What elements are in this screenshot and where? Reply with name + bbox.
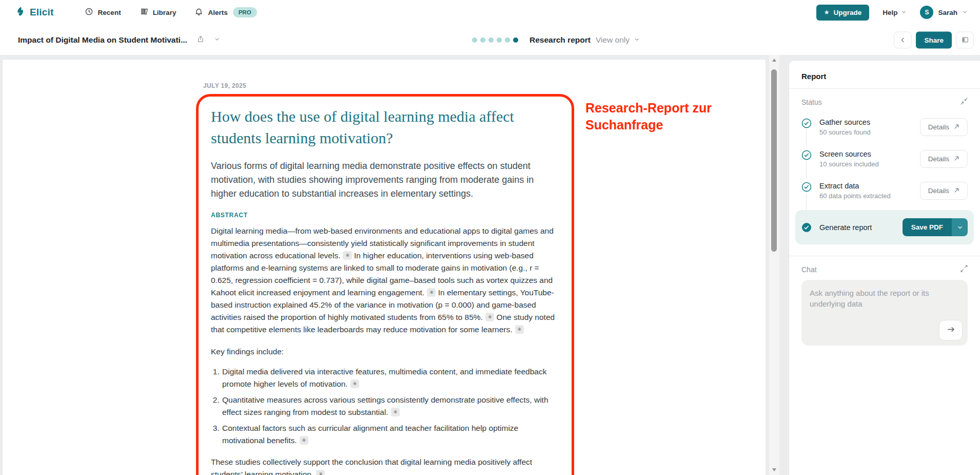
conclusion-paragraph: These studies collectively support the c… xyxy=(211,456,559,475)
nav-item-library[interactable]: Library xyxy=(140,7,177,17)
brand-name: Elicit xyxy=(30,7,54,18)
top-header: Elicit RecentLibraryAlertsPRO ★ Upgrade … xyxy=(0,0,980,25)
step-detail: 50 sources found xyxy=(819,128,871,136)
avatar: S xyxy=(920,6,933,19)
finding-item: Contextual factors such as curricular al… xyxy=(222,422,559,447)
key-findings-intro: Key findings include: xyxy=(211,346,559,358)
main-area: JULY 19, 2025 How does the use of digita… xyxy=(0,55,980,475)
upgrade-button[interactable]: ★ Upgrade xyxy=(816,5,870,21)
send-button[interactable] xyxy=(939,320,963,340)
chat-box xyxy=(801,280,968,346)
citation-marker[interactable]: ✳ xyxy=(300,436,308,445)
view-only-dropdown[interactable]: View only xyxy=(596,35,640,45)
user-name: Sarah xyxy=(938,9,957,16)
finding-item: Quantitative measures across various set… xyxy=(222,394,559,419)
document-title: Impact of Digital Media on Student Motiv… xyxy=(18,35,187,45)
save-pdf-button[interactable]: Save PDF xyxy=(903,218,952,236)
chevron-down-icon xyxy=(962,8,968,17)
pagination-dot[interactable] xyxy=(505,37,510,43)
check-circle-filled-icon xyxy=(801,222,812,233)
check-circle-icon xyxy=(801,118,812,128)
report-type-label: Research report xyxy=(530,35,591,45)
help-menu[interactable]: Help xyxy=(883,9,907,16)
back-button[interactable] xyxy=(894,31,912,48)
sidebar-title: Report xyxy=(789,61,980,89)
status-step: Extract data60 data points extractedDeta… xyxy=(801,177,968,209)
pagination-dot[interactable] xyxy=(480,37,485,43)
step-details-button[interactable]: Details xyxy=(920,118,968,136)
nav-item-recent[interactable]: Recent xyxy=(85,7,121,17)
pagination-dot[interactable] xyxy=(497,37,502,43)
collapse-icon[interactable] xyxy=(961,98,968,106)
step-name: Gather sources xyxy=(819,118,871,126)
pro-badge: PRO xyxy=(233,7,257,17)
status-step-generate-report: Generate report Save PDF xyxy=(795,210,974,244)
step-details-button[interactable]: Details xyxy=(920,150,968,168)
step-name: Extract data xyxy=(819,182,891,190)
pagination-dot[interactable] xyxy=(472,37,477,43)
citation-marker[interactable]: ✳ xyxy=(343,251,351,260)
arrow-right-icon xyxy=(947,325,955,335)
external-arrow-icon xyxy=(954,187,959,195)
report-sidebar: Report Status Gather sources50 sources f… xyxy=(789,60,980,475)
status-section-header: Status xyxy=(789,89,980,109)
status-steps: Gather sources50 sources foundDetailsScr… xyxy=(789,109,980,209)
chevron-down-icon xyxy=(634,35,640,45)
report-date: JULY 19, 2025 xyxy=(203,82,246,89)
elicit-logo-icon xyxy=(15,6,26,19)
check-circle-icon xyxy=(801,150,812,160)
step-name: Screen sources xyxy=(819,150,879,158)
document-toolbar: Impact of Digital Media on Student Motiv… xyxy=(0,25,980,55)
step-detail: 10 sources included xyxy=(819,160,879,168)
step-name: Generate report xyxy=(819,223,872,232)
nav-item-alerts[interactable]: Alerts xyxy=(194,7,227,17)
report-subtitle: Various forms of digital learning media … xyxy=(211,159,559,201)
library-icon xyxy=(140,7,148,17)
pagination-dot[interactable] xyxy=(513,37,518,43)
user-menu[interactable]: S Sarah xyxy=(920,6,968,19)
scroll-down-arrow[interactable] xyxy=(772,468,776,471)
chat-label: Chat xyxy=(801,265,817,274)
step-detail: 60 data points extracted xyxy=(819,192,891,200)
citation-marker[interactable]: ✳ xyxy=(391,408,400,416)
external-arrow-icon xyxy=(954,123,959,131)
expand-icon[interactable] xyxy=(961,265,968,274)
share-button[interactable]: Share xyxy=(916,31,952,48)
report-canvas: JULY 19, 2025 How does the use of digita… xyxy=(2,59,766,475)
annotation-text: Research-Report zur Suchanfrage xyxy=(585,100,712,133)
clock-icon xyxy=(85,7,93,17)
status-step: Screen sources10 sources includedDetails xyxy=(801,145,968,177)
chat-section-header: Chat xyxy=(789,256,980,277)
elicit-logo[interactable]: Elicit xyxy=(15,6,54,19)
citation-marker[interactable]: ✳ xyxy=(485,313,494,321)
check-circle-icon xyxy=(801,182,812,192)
pagination-dots xyxy=(472,37,518,43)
primary-nav: RecentLibraryAlertsPRO xyxy=(85,7,257,17)
star-icon: ★ xyxy=(824,9,830,16)
header-right: ★ Upgrade Help S Sarah xyxy=(816,5,968,21)
bell-icon xyxy=(194,7,203,17)
abstract-label: ABSTRACT xyxy=(211,212,559,219)
step-details-button[interactable]: Details xyxy=(920,182,968,200)
pagination-dot[interactable] xyxy=(488,37,494,43)
report-title: How does the use of digital learning med… xyxy=(211,106,559,149)
vertical-scrollbar xyxy=(769,55,779,475)
chevron-down-icon[interactable] xyxy=(214,35,220,45)
panel-toggle-button[interactable] xyxy=(956,31,974,48)
chevron-down-icon xyxy=(901,9,907,16)
status-label: Status xyxy=(801,98,822,106)
status-step: Gather sources50 sources foundDetails xyxy=(801,113,968,145)
citation-marker[interactable]: ✳ xyxy=(515,325,524,334)
export-icon[interactable] xyxy=(197,34,205,45)
nav-item-label: Recent xyxy=(98,9,121,16)
scroll-up-arrow[interactable] xyxy=(772,59,776,62)
abstract-paragraph: Digital learning media—from web-based en… xyxy=(211,225,559,336)
citation-marker[interactable]: ✳ xyxy=(350,379,359,388)
finding-item: Digital media delivered via interactive … xyxy=(222,366,559,390)
citation-marker[interactable]: ✳ xyxy=(427,288,436,297)
report-highlight-box: How does the use of digital learning med… xyxy=(196,94,574,475)
external-arrow-icon xyxy=(954,155,959,163)
save-pdf-dropdown-button[interactable] xyxy=(952,218,968,236)
citation-marker[interactable]: ✳ xyxy=(316,470,325,475)
scrollbar-thumb[interactable] xyxy=(771,69,777,252)
